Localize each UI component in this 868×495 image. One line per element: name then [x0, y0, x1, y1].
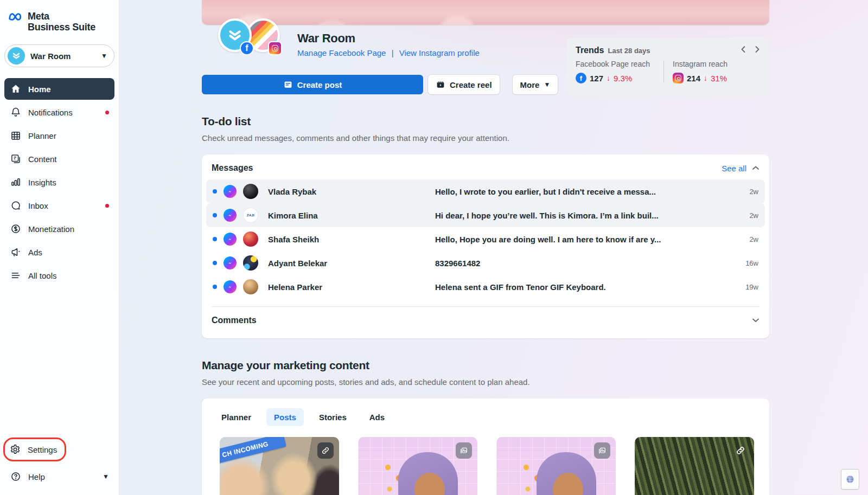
sidebar-item-help[interactable]: Help ▼: [4, 466, 114, 487]
chevron-down-icon: [752, 318, 760, 323]
sidebar-item-insights[interactable]: Insights: [4, 171, 114, 193]
post-thumbnail[interactable]: [635, 437, 754, 495]
marketing-subtitle: See your recent and upcoming posts, stor…: [202, 377, 769, 387]
comments-section-toggle[interactable]: Comments: [212, 306, 760, 335]
unread-dot: [213, 237, 217, 241]
calendar-icon: [10, 130, 22, 142]
messenger-icon: [224, 209, 237, 222]
gallery-icon: [456, 442, 472, 459]
todo-title: To-do list: [202, 115, 769, 128]
meta-infinity-icon: [8, 11, 24, 23]
gallery-icon: [594, 442, 610, 459]
megaphone-icon: [10, 246, 22, 258]
unread-dot: [213, 285, 217, 289]
marketing-section-header: Manage your marketing content See your r…: [202, 359, 769, 387]
chevron-up-icon[interactable]: [752, 165, 760, 171]
sidebar: Meta Business Suite War Room ▼ Home Noti…: [0, 0, 119, 495]
business-selector[interactable]: War Room ▼: [4, 44, 114, 67]
todo-section-header: To-do list Check unread messages, commen…: [202, 115, 769, 143]
todo-subtitle: Check unread messages, comments and othe…: [202, 133, 769, 143]
post-icon: [283, 80, 293, 89]
sidebar-item-ads[interactable]: Ads: [4, 241, 114, 263]
unread-dot: [213, 189, 217, 194]
see-all-link[interactable]: See all: [722, 164, 746, 173]
marketing-card: Planner Posts Stories Ads CH INCOMING: [202, 398, 769, 495]
post-thumbnail[interactable]: [358, 437, 477, 495]
link-icon: [317, 442, 334, 459]
home-icon: [10, 83, 22, 95]
bell-icon: [10, 106, 22, 118]
messenger-icon: [224, 256, 237, 269]
avatar: [243, 184, 258, 199]
messenger-icon: [224, 280, 237, 293]
question-icon: [10, 471, 22, 483]
sidebar-item-planner[interactable]: Planner: [4, 125, 114, 146]
manage-facebook-page-link[interactable]: Manage Facebook Page: [297, 48, 386, 57]
unread-dot: [213, 261, 217, 265]
unread-dot: [213, 213, 217, 217]
marketing-tabs: Planner Posts Stories Ads: [202, 398, 769, 426]
meta-business-suite-logo: Meta Business Suite: [0, 0, 119, 33]
link-icon: [732, 442, 749, 459]
facebook-badge-icon: f: [240, 41, 254, 55]
content-icon: [10, 153, 22, 165]
avatar: [243, 255, 258, 271]
business-name: War Room: [30, 52, 101, 61]
settings-label: Settings: [28, 445, 57, 454]
sidebar-nav: Home Notifications Planner Content In: [0, 78, 119, 286]
arrow-down-icon: ↓: [607, 74, 610, 82]
gear-icon: [9, 443, 21, 455]
arrow-down-icon: ↓: [704, 74, 707, 82]
browser-plugin-globe-icon[interactable]: [841, 469, 859, 490]
facebook-reach-metric: Facebook Page reach f 127 ↓ 9.3%: [576, 60, 663, 83]
trends-card: Trends Last 28 days Facebook Page reach …: [567, 38, 769, 96]
bar-chart-icon: [10, 176, 22, 188]
logo-text: Meta Business Suite: [28, 11, 95, 33]
sidebar-item-settings[interactable]: Settings: [3, 438, 66, 461]
view-instagram-profile-link[interactable]: View Instagram profile: [399, 48, 480, 57]
message-row[interactable]: Shafa Sheikh Hello, Hope you are doing w…: [206, 227, 765, 251]
post-thumbnail[interactable]: CH INCOMING: [220, 437, 339, 495]
chevron-down-icon: ▼: [101, 52, 107, 60]
create-post-button[interactable]: Create post: [202, 75, 423, 94]
message-row[interactable]: Helena Parker Helena sent a GIF from Ten…: [206, 275, 765, 299]
trends-next-button[interactable]: [754, 46, 761, 53]
sidebar-item-content[interactable]: Content: [4, 148, 114, 170]
post-thumbnails: CH INCOMING: [202, 426, 769, 495]
sidebar-item-home[interactable]: Home: [4, 78, 114, 100]
tab-planner[interactable]: Planner: [214, 408, 259, 426]
trends-period: Last 28 days: [608, 47, 740, 55]
messenger-icon: [224, 233, 237, 246]
sidebar-item-inbox[interactable]: Inbox: [4, 195, 114, 216]
instagram-reach-metric: Instagram reach 214 ↓ 31%: [664, 60, 761, 83]
sidebar-item-notifications[interactable]: Notifications: [4, 101, 114, 123]
lines-icon: [10, 269, 22, 281]
notification-badge: [105, 204, 109, 208]
avatar: [243, 232, 258, 247]
message-row[interactable]: ZAJI Kimora Elina Hi dear, I hope you’re…: [206, 203, 765, 227]
tab-ads[interactable]: Ads: [362, 408, 392, 426]
sidebar-item-all-tools[interactable]: All tools: [4, 265, 114, 286]
tab-stories[interactable]: Stories: [311, 408, 354, 426]
chevron-down-icon: ▼: [544, 81, 550, 88]
instagram-icon: [673, 73, 684, 83]
trends-title: Trends: [576, 46, 604, 55]
sidebar-item-monetization[interactable]: Monetization: [4, 218, 114, 240]
marketing-title: Manage your marketing content: [202, 359, 769, 372]
trends-prev-button[interactable]: [740, 46, 746, 53]
tab-posts[interactable]: Posts: [266, 408, 304, 426]
sidebar-footer: Settings Help ▼: [0, 438, 119, 487]
create-reel-button[interactable]: Create reel: [428, 75, 500, 94]
comments-title: Comments: [212, 316, 752, 325]
main-area: f War Room Manage Facebook Page | View I…: [119, 0, 868, 495]
notification-badge: [105, 111, 109, 114]
messages-title: Messages: [212, 163, 722, 173]
message-row[interactable]: Adyant Belekar 8329661482 16w: [206, 251, 765, 275]
post-thumbnail[interactable]: [496, 437, 616, 495]
message-row[interactable]: Vlada Rybak Hello, I wrote to you earlie…: [206, 179, 765, 203]
chat-bubble-icon: [10, 200, 22, 211]
instagram-badge-icon: [268, 41, 282, 55]
post-banner: CH INCOMING: [220, 437, 286, 466]
business-avatar: [8, 47, 25, 65]
more-button[interactable]: More ▼: [513, 75, 558, 94]
